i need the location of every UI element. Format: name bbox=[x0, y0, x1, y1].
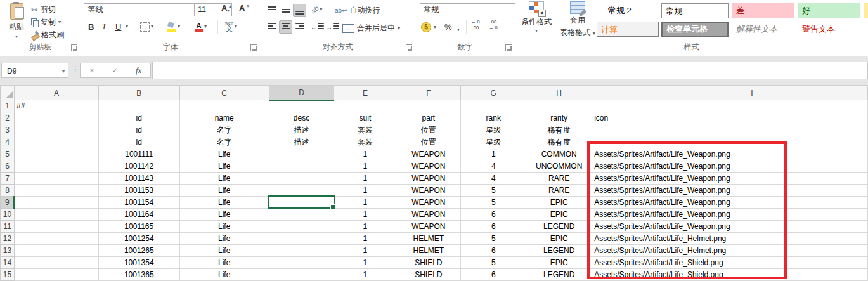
cell-B13[interactable]: 1001265 bbox=[98, 245, 179, 257]
phonetic-button[interactable]: wén 文 ▾ bbox=[224, 20, 238, 34]
column-header-I[interactable]: I bbox=[592, 86, 868, 100]
row-header-1[interactable]: 1 bbox=[1, 100, 15, 112]
cell-I11[interactable]: Assets/Sprites/Artifact/Life_Weapon.png bbox=[592, 221, 868, 233]
orientation-button[interactable]: ab ▾ bbox=[311, 6, 322, 13]
cell-E1[interactable] bbox=[334, 100, 396, 112]
cell-style-chip-r2-0[interactable]: 计算 bbox=[597, 22, 659, 37]
cell-D5[interactable] bbox=[269, 148, 334, 160]
clipboard-dialog-launcher-icon[interactable] bbox=[71, 44, 77, 51]
cut-button[interactable]: ✂ 剪切 bbox=[31, 4, 56, 15]
cell-B15[interactable]: 1001365 bbox=[98, 269, 179, 281]
cell-C11[interactable]: Life bbox=[179, 221, 269, 233]
cell-D8[interactable] bbox=[269, 185, 334, 197]
cell-I2[interactable]: icon bbox=[592, 112, 868, 124]
accounting-format-button[interactable]: $▾ bbox=[421, 22, 436, 32]
cell-A3[interactable] bbox=[14, 124, 98, 136]
cell-E4[interactable]: 套装 bbox=[334, 136, 396, 148]
cell-C2[interactable]: name bbox=[179, 112, 269, 124]
cell-B6[interactable]: 1001142 bbox=[98, 160, 179, 173]
increase-indent-button[interactable]: → bbox=[326, 23, 339, 31]
enter-icon[interactable]: ✓ bbox=[112, 66, 118, 75]
cell-D1[interactable] bbox=[269, 100, 334, 112]
cell-D15[interactable] bbox=[269, 269, 334, 281]
cell-A6[interactable] bbox=[14, 160, 98, 173]
fill-color-button[interactable]: ▾ bbox=[165, 20, 181, 34]
cell-F6[interactable]: WEAPON bbox=[396, 160, 461, 173]
cell-D11[interactable] bbox=[269, 221, 334, 233]
cell-D3[interactable]: 描述 bbox=[269, 124, 334, 136]
column-header-A[interactable]: A bbox=[14, 86, 98, 100]
shrink-font-button[interactable]: A▼ bbox=[239, 3, 250, 16]
cell-H7[interactable]: RARE bbox=[526, 173, 592, 185]
cell-I8[interactable]: Assets/Sprites/Artifact/Life_Weapon.png bbox=[592, 185, 868, 197]
cell-D12[interactable] bbox=[269, 233, 334, 245]
cell-H14[interactable]: EPIC bbox=[526, 257, 592, 269]
bold-button[interactable]: B bbox=[87, 20, 95, 34]
align-center-button[interactable] bbox=[279, 20, 292, 34]
cell-H6[interactable]: UNCOMMON bbox=[526, 160, 592, 173]
cell-C15[interactable]: Life bbox=[179, 269, 269, 281]
cell-B12[interactable]: 1001254 bbox=[98, 233, 179, 245]
cell-E2[interactable]: suit bbox=[334, 112, 396, 124]
cell-style-chip-r1-1[interactable]: 常规 bbox=[661, 3, 729, 18]
cell-E12[interactable]: 1 bbox=[334, 233, 396, 245]
underline-caret[interactable]: ▾ bbox=[124, 20, 129, 34]
cell-D7[interactable] bbox=[269, 173, 334, 185]
cell-A2[interactable] bbox=[14, 112, 98, 124]
row-header-3[interactable]: 3 bbox=[1, 124, 15, 136]
merge-center-button[interactable]: ↔ 合并后居中 ▾ bbox=[342, 23, 400, 34]
number-dialog-launcher-icon[interactable] bbox=[505, 44, 512, 51]
column-header-B[interactable]: B bbox=[98, 86, 179, 100]
alignment-dialog-launcher-icon[interactable] bbox=[406, 44, 412, 51]
cell-E7[interactable]: 1 bbox=[334, 173, 396, 185]
row-header-6[interactable]: 6 bbox=[1, 160, 15, 173]
cell-D14[interactable] bbox=[269, 257, 334, 269]
cell-A7[interactable] bbox=[14, 173, 98, 185]
cell-F4[interactable]: 位置 bbox=[396, 136, 461, 148]
copy-button[interactable]: 复制 ▾ bbox=[31, 16, 61, 28]
cell-F2[interactable]: part bbox=[396, 112, 461, 124]
cell-I15[interactable]: Assets/Sprites/Artifact/Life_Shield.png bbox=[592, 269, 868, 281]
cell-E11[interactable]: 1 bbox=[334, 221, 396, 233]
cell-C7[interactable]: Life bbox=[179, 173, 269, 185]
name-box[interactable]: D9 ▾ bbox=[1, 63, 68, 78]
cell-G8[interactable]: 5 bbox=[461, 185, 526, 197]
row-header-10[interactable]: 10 bbox=[1, 209, 15, 221]
grow-font-button[interactable]: A▲ bbox=[221, 3, 232, 16]
cell-D10[interactable] bbox=[269, 209, 334, 221]
cell-style-chip-r1-0[interactable]: 常规 2 bbox=[604, 3, 659, 18]
cell-C6[interactable]: Life bbox=[179, 160, 269, 173]
cell-E5[interactable]: 1 bbox=[334, 148, 396, 160]
cell-C8[interactable]: Life bbox=[179, 185, 269, 197]
cell-H15[interactable]: LEGEND bbox=[526, 269, 592, 281]
cell-F7[interactable]: WEAPON bbox=[396, 173, 461, 185]
cell-A11[interactable] bbox=[14, 221, 98, 233]
cell-E15[interactable]: 1 bbox=[334, 269, 396, 281]
font-name-select[interactable]: 等线▾ bbox=[84, 3, 206, 16]
cell-G1[interactable] bbox=[461, 100, 526, 112]
font-dialog-launcher-icon[interactable] bbox=[250, 44, 257, 51]
cell-A8[interactable] bbox=[14, 185, 98, 197]
cell-F9[interactable]: WEAPON bbox=[396, 197, 461, 209]
column-header-C[interactable]: C bbox=[179, 86, 269, 100]
column-header-F[interactable]: F bbox=[396, 86, 461, 100]
cell-I13[interactable]: Assets/Sprites/Artifact/Life_Helmet.png bbox=[592, 245, 868, 257]
row-header-8[interactable]: 8 bbox=[1, 185, 15, 197]
cell-C4[interactable]: 名字 bbox=[179, 136, 269, 148]
cell-H2[interactable]: rarity bbox=[526, 112, 592, 124]
cell-A15[interactable] bbox=[14, 269, 98, 281]
row-header-4[interactable]: 4 bbox=[1, 136, 15, 148]
cell-H10[interactable]: EPIC bbox=[526, 209, 592, 221]
cell-B8[interactable]: 1001153 bbox=[98, 185, 179, 197]
number-format-select[interactable]: 常规▾ bbox=[420, 3, 523, 16]
cell-E9[interactable]: 1 bbox=[334, 197, 396, 209]
row-header-14[interactable]: 14 bbox=[1, 257, 15, 269]
cell-F12[interactable]: HELMET bbox=[396, 233, 461, 245]
cell-D4[interactable]: 描述 bbox=[269, 136, 334, 148]
conditional-formatting-button[interactable]: ≠ 条件格式 ▾ bbox=[519, 1, 554, 42]
align-middle-button[interactable] bbox=[279, 4, 292, 17]
cell-H4[interactable]: 稀有度 bbox=[526, 136, 592, 148]
cell-B1[interactable] bbox=[98, 100, 179, 112]
cell-G14[interactable]: 5 bbox=[461, 257, 526, 269]
cell-B14[interactable]: 1001354 bbox=[98, 257, 179, 269]
